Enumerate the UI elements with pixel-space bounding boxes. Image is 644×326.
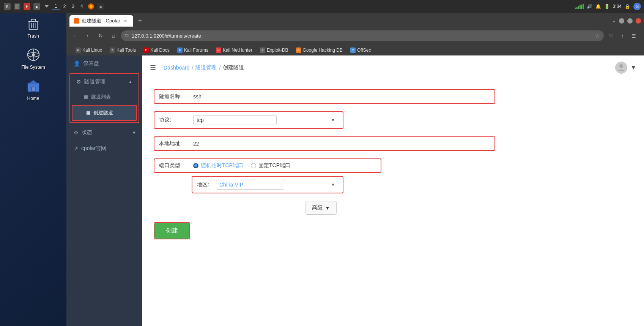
security-icon: 🛡 xyxy=(125,33,129,38)
sidebar-sub-create-tunnel-wrapper: ▦ 创建隧道 xyxy=(72,105,137,121)
svg-rect-2 xyxy=(31,19,35,22)
new-tab-button[interactable]: + xyxy=(135,16,145,26)
region-select[interactable]: China VIP China US EU xyxy=(216,180,284,190)
menu-button[interactable]: ☰ xyxy=(629,31,639,41)
taskbar-app-icon-1[interactable]: K xyxy=(3,2,11,11)
sidebar-sub-tunnel-list[interactable]: ▦ 隧道列表 xyxy=(70,90,139,104)
sidebar-item-cpolar-website[interactable]: ↗ cpolar官网 xyxy=(66,141,142,157)
taskbar-num-1[interactable]: 1 xyxy=(52,3,60,10)
tunnel-name-input[interactable] xyxy=(193,93,490,100)
tab-close-button[interactable]: ✕ xyxy=(123,18,129,24)
share-button[interactable]: ↑ xyxy=(617,31,627,41)
filesystem-desktop-icon[interactable]: File System xyxy=(21,46,45,70)
nav-actions: ♡ ↑ ☰ xyxy=(606,31,641,41)
sidebar-status-label: 状态 xyxy=(82,129,92,136)
forward-button[interactable]: › xyxy=(82,30,93,41)
home-desktop-icon[interactable]: Home xyxy=(25,78,42,101)
protocol-select-wrap: tcp http https udp ▼ xyxy=(193,115,338,125)
svg-text:▶: ▶ xyxy=(36,5,38,9)
sidebar-sub-create-tunnel[interactable]: ▦ 创建隧道 xyxy=(72,106,136,120)
bookmark-google-hacking-db[interactable]: G Google Hacking DB xyxy=(293,46,346,54)
navigation-bar: ‹ › ↻ ⌂ 🛡 127.0.0.1:9200/#/tunnels/creat… xyxy=(69,28,641,43)
volume-icon[interactable]: 🔊 xyxy=(587,4,592,9)
bookmark-kali-tools[interactable]: T Kali Tools xyxy=(107,46,139,54)
svg-rect-13 xyxy=(32,87,35,91)
bookmark-exploit-db[interactable]: E Exploit-DB xyxy=(257,46,291,54)
protocol-label: 协议: xyxy=(159,117,193,123)
port-type-random-label[interactable]: 随机临时TCP端口 xyxy=(193,162,243,169)
user-icon[interactable]: G xyxy=(633,3,641,10)
breadcrumb-dashboard[interactable]: Dashboard xyxy=(164,65,190,71)
bookmark-kali-docs[interactable]: D Kali Docs xyxy=(140,46,173,54)
reload-button[interactable]: ↻ xyxy=(95,30,106,41)
page-content: 👤 仪表盘 ⚙ 隧道管理 ▲ ▦ 隧道列表 xyxy=(66,55,644,326)
port-type-fixed-radio[interactable] xyxy=(251,163,256,168)
trash-label: Trash xyxy=(27,33,39,39)
create-button[interactable]: 创建 xyxy=(154,223,189,239)
home-icon xyxy=(25,78,42,94)
sidebar-toggle-icon[interactable]: ☰ xyxy=(150,63,156,72)
bookmark-star-icon[interactable]: ☆ xyxy=(595,33,600,39)
port-type-fixed-text: 固定TCP端口 xyxy=(258,162,290,169)
taskbar-num-2[interactable]: 2 xyxy=(61,3,68,10)
browser-tab-active[interactable]: 创建隧道 - Cpolar ✕ xyxy=(69,15,133,27)
svg-point-28 xyxy=(619,64,623,68)
breadcrumb-tunnel-mgmt[interactable]: 隧道管理 xyxy=(195,64,217,71)
sidebar-item-tunnel-management[interactable]: ⚙ 隧道管理 ▲ xyxy=(70,74,139,90)
bookmarks-bar: K Kali Linux T Kali Tools D Kali Docs F … xyxy=(69,45,641,55)
home-button[interactable]: ⌂ xyxy=(108,30,119,41)
notification-icon[interactable]: 🔔 xyxy=(595,4,601,9)
google-hacking-favicon: G xyxy=(296,47,301,53)
breadcrumb-current: 创建隧道 xyxy=(223,64,244,71)
advanced-section: 高级 ▼ xyxy=(154,201,633,215)
window-minimize-button[interactable] xyxy=(619,18,624,24)
taskbar-num-3[interactable]: 3 xyxy=(69,3,77,10)
port-type-fixed-label[interactable]: 固定TCP端口 xyxy=(251,162,290,169)
back-button[interactable]: ‹ xyxy=(69,30,80,41)
sidebar-item-dashboard[interactable]: 👤 仪表盘 xyxy=(66,55,142,71)
svg-marker-22 xyxy=(45,5,49,8)
main-content: ☰ Dashboard / 隧道管理 / 创建隧道 ▼ xyxy=(142,55,644,326)
create-tunnel-icon: ▦ xyxy=(86,110,90,116)
advanced-button[interactable]: 高级 ▼ xyxy=(305,201,337,215)
user-dropdown-arrow[interactable]: ▼ xyxy=(630,64,636,71)
sidebar-item-status[interactable]: ⚙ 状态 ▼ xyxy=(66,125,142,141)
breadcrumb-sep-2: / xyxy=(219,65,220,71)
taskbar-app-icon-4[interactable]: ▶ xyxy=(33,2,41,11)
status-icon: ⚙ xyxy=(74,130,79,136)
taskbar-dropdown[interactable] xyxy=(43,2,51,11)
svg-rect-17 xyxy=(15,4,19,9)
port-type-radio-group: 随机临时TCP端口 固定TCP端口 xyxy=(193,162,290,169)
kali-tools-favicon: T xyxy=(110,47,115,53)
external-link-icon: ↗ xyxy=(74,146,78,152)
sidebar-tunnel-management-label: 隧道管理 xyxy=(84,78,105,85)
address-bar[interactable]: 🛡 127.0.0.1:9200/#/tunnels/create ☆ xyxy=(121,30,604,41)
kali-nethunter-favicon: N xyxy=(216,47,221,53)
protocol-select[interactable]: tcp http https udp xyxy=(193,115,277,125)
kali-forums-favicon: F xyxy=(177,47,183,53)
taskbar-app-icon-5[interactable]: ▣ xyxy=(97,2,105,11)
bookmark-kali-linux[interactable]: K Kali Linux xyxy=(72,46,105,54)
local-address-input[interactable] xyxy=(193,141,490,147)
window-resize-button[interactable] xyxy=(627,18,633,24)
pocket-button[interactable]: ♡ xyxy=(606,31,616,41)
taskbar-num-4[interactable]: 4 xyxy=(78,3,85,10)
tab-right-controls: ⌄ xyxy=(612,18,641,24)
bookmark-offsec[interactable]: O OffSec xyxy=(347,46,374,54)
region-label: 地区: xyxy=(197,181,216,188)
tab-favicon xyxy=(74,18,79,24)
bookmark-kali-forums[interactable]: F Kali Forums xyxy=(174,46,211,54)
port-type-random-radio[interactable] xyxy=(193,163,198,168)
taskbar-app-icon-2[interactable] xyxy=(13,2,21,11)
taskbar-app-icon-3[interactable]: F xyxy=(23,2,31,11)
window-close-button[interactable] xyxy=(636,18,641,24)
taskbar: K F ▶ 1 2 3 4 ▣ xyxy=(0,0,644,13)
trash-desktop-icon[interactable]: Trash xyxy=(25,15,42,39)
signal-bar-4 xyxy=(579,5,581,9)
user-avatar[interactable] xyxy=(615,62,627,74)
tunnel-management-chevron: ▲ xyxy=(128,79,132,84)
tab-menu-button[interactable]: ⌄ xyxy=(612,18,616,24)
taskbar-firefox-icon[interactable] xyxy=(87,2,95,11)
filesystem-label: File System xyxy=(21,65,45,70)
bookmark-kali-nethunter[interactable]: N Kali NetHunter xyxy=(213,46,255,54)
